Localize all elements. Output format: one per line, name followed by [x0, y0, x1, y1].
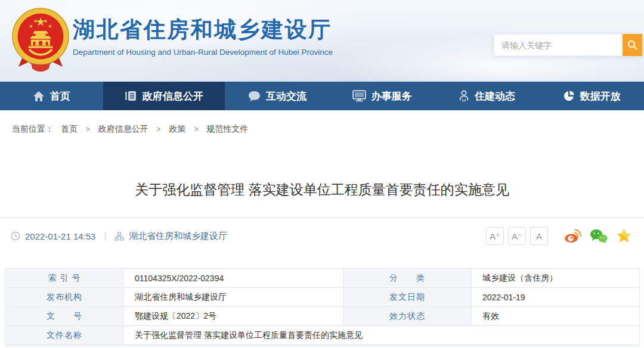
nav-item-news[interactable]: 住建动态 [435, 82, 540, 110]
chat-bubble-icon [248, 91, 261, 102]
nav-item-home[interactable]: 首页 [0, 82, 103, 110]
nav-item-label: 住建动态 [475, 89, 515, 103]
meta-label-doc-no: 文 号 [5, 307, 124, 326]
article-source: 湖北省住房和城乡建设厅 [129, 231, 227, 242]
monitor-icon [352, 90, 366, 102]
meta-value-index-no: 01104325X/2022-02394 [124, 269, 343, 288]
main-nav: 首页 政府信息公开 互动交流 办事服务 住建动态 数据开放 [0, 82, 644, 110]
search-input[interactable] [494, 34, 623, 56]
nav-item-open-data[interactable]: 数据开放 [539, 82, 644, 110]
meta-label-category: 分 类 [343, 269, 472, 288]
table-row: 文 号 鄂建设规〔2022〕2号 效力状态 有效 [5, 307, 640, 326]
search-box [494, 34, 642, 56]
meta-separator: | [104, 231, 106, 241]
table-row: 索 引 号 01104325X/2022-02394 分 类 城乡建设（含住房） [5, 269, 640, 288]
wechat-icon[interactable] [590, 229, 608, 244]
national-emblem-icon [11, 6, 70, 74]
search-button[interactable] [623, 34, 642, 56]
site-title: 湖北省住房和城乡建设厅 [73, 17, 333, 43]
pie-chart-icon [563, 90, 575, 102]
meta-value-issuing-agency: 湖北省住房和城乡建设厅 [124, 288, 343, 307]
nav-item-label: 数据开放 [580, 89, 621, 103]
next-row-clipped [5, 345, 639, 347]
meta-value-doc-no: 鄂建设规〔2022〕2号 [124, 307, 343, 326]
meta-value-doc-title: 关于强化监督管理 落实建设单位工程质量首要责任的实施意见 [124, 326, 640, 345]
meta-value-category: 城乡建设（含住房） [472, 269, 640, 288]
breadcrumb-item-home[interactable]: 首页 [61, 124, 78, 133]
site-header: 湖北省住房和城乡建设厅 Department of Housing and Ur… [0, 0, 644, 82]
publish-datetime: 2022-01-21 14:53 [25, 231, 95, 241]
document-icon [125, 90, 137, 102]
nav-item-label: 政府信息公开 [143, 89, 203, 103]
article-title: 关于强化监督管理 落实建设单位工程质量首要责任的实施意见 [0, 181, 644, 198]
breadcrumb: 当前位置： 首页 > 政府信息公开 > 政策 > 规范性文件 [0, 110, 644, 135]
breadcrumb-item-policy[interactable]: 政策 [169, 124, 185, 133]
meta-value-validity: 有效 [472, 307, 640, 326]
table-row: 文件名称 关于强化监督管理 落实建设单位工程质量首要责任的实施意见 [5, 326, 640, 345]
magnifier-icon [627, 40, 637, 50]
nav-item-gov-info[interactable]: 政府信息公开 [103, 82, 225, 110]
breadcrumb-separator: > [194, 125, 198, 133]
breadcrumb-item-normative-docs[interactable]: 规范性文件 [206, 124, 248, 133]
meta-label-issuing-agency: 发布机构 [5, 288, 124, 307]
site-subtitle: Department of Housing and Urban-Rural De… [73, 48, 333, 57]
breadcrumb-separator: > [86, 125, 90, 133]
divider [0, 218, 644, 218]
weibo-icon[interactable] [564, 229, 581, 243]
clock-icon [11, 231, 20, 241]
breadcrumb-label: 当前位置： [12, 124, 54, 133]
meta-value-issue-date: 2022-01-19 [472, 288, 640, 307]
person-icon [459, 90, 469, 102]
meta-label-doc-title: 文件名称 [5, 326, 124, 345]
nav-item-interaction[interactable]: 互动交流 [225, 82, 330, 110]
document-metadata-table: 索 引 号 01104325X/2022-02394 分 类 城乡建设（含住房）… [5, 268, 639, 345]
breadcrumb-item-gov-info[interactable]: 政府信息公开 [98, 124, 148, 133]
qzone-star-icon[interactable] [616, 228, 632, 244]
organization-icon [114, 232, 124, 241]
meta-label-index-no: 索 引 号 [5, 269, 124, 288]
meta-label-validity: 效力状态 [343, 307, 472, 326]
font-increase-button[interactable]: A⁺ [486, 227, 504, 245]
nav-item-services[interactable]: 办事服务 [330, 82, 435, 110]
nav-item-label: 首页 [50, 89, 70, 103]
article-meta-row: 2022-01-21 14:53 | 湖北省住房和城乡建设厅 A⁺ A⁻ A [0, 225, 644, 247]
table-row: 发布机构 湖北省住房和城乡建设厅 发文日期 2022-01-19 [5, 288, 640, 307]
nav-item-label: 办事服务 [371, 89, 412, 103]
font-reset-button[interactable]: A [530, 227, 548, 245]
home-icon [33, 91, 45, 102]
breadcrumb-separator: > [157, 125, 161, 133]
nav-item-label: 互动交流 [266, 89, 306, 103]
meta-label-issue-date: 发文日期 [343, 288, 472, 307]
font-decrease-button[interactable]: A⁻ [508, 227, 526, 245]
